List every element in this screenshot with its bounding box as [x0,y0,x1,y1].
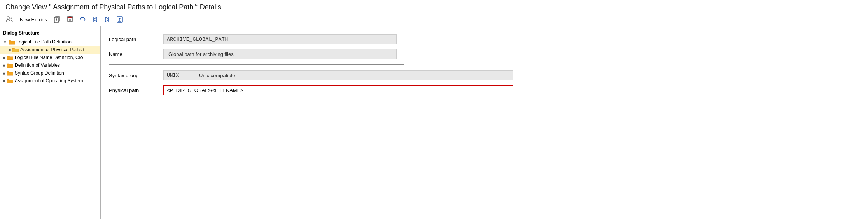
svg-rect-24 [7,57,13,60]
physical-path-input[interactable] [163,85,513,95]
export-button[interactable] [114,14,125,24]
forward-button[interactable] [102,14,113,24]
syntax-description: Unix compatible [194,70,513,80]
export-icon [116,16,123,23]
title-bar: Change View " Assignment of Physical Pat… [0,0,868,13]
new-entries-button[interactable]: New Entries [16,16,51,24]
bullet-def-variables: ■ [3,63,5,68]
sidebar-item-assignment-os[interactable]: ■ Assignment of Operating System [0,77,100,85]
svg-rect-26 [7,72,13,75]
folder-icon-syntax-group [7,70,13,76]
copy-icon [54,16,61,23]
folder-icon-logical-file-path [9,39,15,45]
main-content: Dialog Structure ▼ Logical File Path Def… [0,26,868,219]
delete-icon [66,16,74,23]
svg-marker-14 [94,17,97,22]
sidebar-item-assignment-physical[interactable]: ■ Assignment of Physical Paths t [0,46,100,54]
sidebar-label-assignment-os: Assignment of Operating System [15,78,83,83]
sidebar-label-syntax-group: Syntax Group Definition [15,70,64,76]
sidebar-label-assignment-physical: Assignment of Physical Paths t [20,47,84,52]
logical-path-value-container: ARCHIVE_GLOBAL_PATH [163,33,860,46]
svg-rect-10 [68,17,72,18]
bullet-syntax-group: ■ [3,71,5,75]
syntax-row: UNIX Unix compatible [163,70,860,80]
toolbar: New Entries [0,13,868,26]
svg-rect-27 [7,80,13,83]
svg-point-1 [10,17,12,19]
sidebar-item-logical-file-name[interactable]: ■ Logical File Name Definition, Cro [0,54,100,61]
new-entries-label: New Entries [20,17,47,23]
forward-icon [104,16,111,23]
detail-panel: Logical path ARCHIVE_GLOBAL_PATH Name Gl… [101,26,868,219]
expand-arrow: ▼ [3,40,7,44]
sidebar-label-def-variables: Definition of Variables [15,63,60,68]
svg-point-0 [7,17,9,19]
svg-marker-13 [80,18,81,20]
svg-rect-25 [7,64,13,68]
sidebar-item-logical-file-path[interactable]: ▼ Logical File Path Definition [0,38,100,46]
sidebar-header: Dialog Structure [0,29,100,38]
users-icon [5,16,13,23]
svg-marker-20 [118,18,121,19]
syntax-group-label: Syntax group [109,69,163,82]
folder-icon-assignment-physical [12,47,19,52]
physical-path-value-container [163,83,860,97]
form-row-physical-path: Physical path [109,83,860,97]
folder-icon-def-variables [7,63,13,68]
form-row-name: Name Global path for archiving files [109,47,860,61]
back-icon [91,16,98,23]
undo-button[interactable] [77,14,88,24]
name-value-container: Global path for archiving files [163,47,860,61]
bullet-logical-file-name: ■ [3,56,5,60]
app-window: Change View " Assignment of Physical Pat… [0,0,868,219]
folder-icon-logical-file-name [7,55,13,60]
section-divider [109,64,404,65]
svg-rect-23 [12,49,19,52]
page-title: Change View " Assignment of Physical Pat… [5,3,221,11]
svg-marker-16 [105,17,108,22]
sidebar-label-logical-file-path: Logical File Path Definition [16,39,72,45]
bullet-assignment: ■ [9,48,11,52]
dialog-structure-sidebar: Dialog Structure ▼ Logical File Path Def… [0,26,101,219]
form-row-logical-path: Logical path ARCHIVE_GLOBAL_PATH [109,33,860,46]
name-label: Name [109,47,163,61]
logical-path-value: ARCHIVE_GLOBAL_PATH [163,34,397,44]
physical-path-label: Physical path [109,83,163,97]
copy-button[interactable] [52,14,63,24]
svg-rect-22 [9,41,15,44]
sidebar-label-logical-file-name: Logical File Name Definition, Cro [15,55,83,60]
folder-icon-assignment-os [7,78,13,83]
syntax-group-value-container: UNIX Unix compatible [163,69,860,82]
undo-icon [79,16,86,23]
logical-path-label: Logical path [109,33,163,46]
user-icon-btn[interactable] [4,14,15,24]
bullet-assignment-os: ■ [3,79,5,83]
svg-rect-3 [54,17,58,23]
sidebar-item-definition-variables[interactable]: ■ Definition of Variables [0,61,100,69]
back-button[interactable] [89,14,100,24]
name-value: Global path for archiving files [163,49,397,59]
delete-button[interactable] [65,14,75,24]
sidebar-item-syntax-group[interactable]: ■ Syntax Group Definition [0,69,100,77]
syntax-code: UNIX [163,70,194,80]
form-row-syntax-group: Syntax group UNIX Unix compatible [109,69,860,82]
